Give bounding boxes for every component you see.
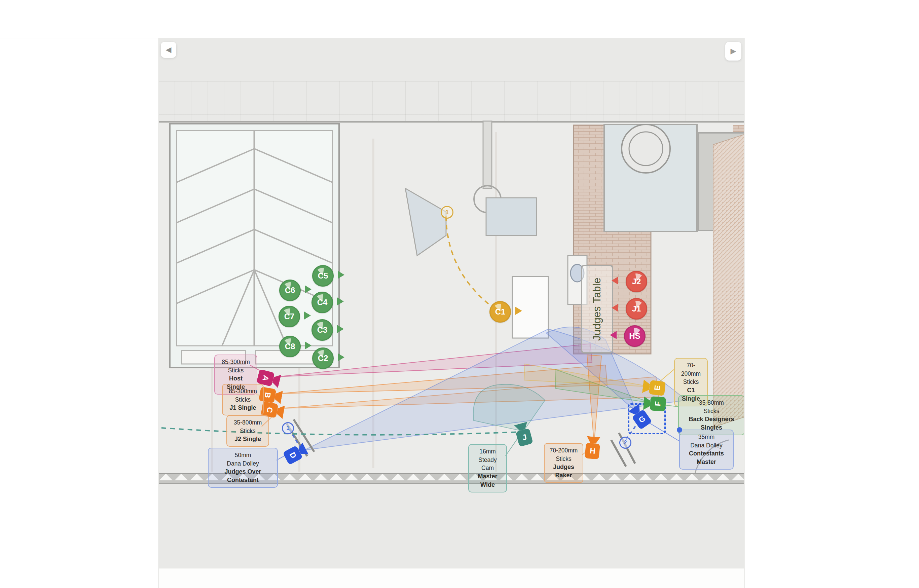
- person-marker-c6[interactable]: C6: [279, 279, 301, 301]
- camplot-app: CamPlot Competition Show S4 ▼: [0, 0, 919, 588]
- pipe: [483, 121, 492, 188]
- facing-triangle-c5: [338, 271, 344, 279]
- person-marker-c2[interactable]: C2: [312, 347, 334, 369]
- facing-triangle-c6: [305, 285, 312, 293]
- label-contestants-master[interactable]: 35mmDana DolleyContestants Master: [679, 430, 734, 470]
- person-marker-c1[interactable]: C1: [489, 301, 511, 323]
- label-judges-raker[interactable]: 70-200mmSticksJudges Raker: [544, 443, 583, 483]
- person-marker-c7[interactable]: C7: [279, 306, 300, 327]
- floorplan-layer: [158, 38, 744, 588]
- collapse-right-panel-button[interactable]: ▶: [725, 42, 741, 61]
- path-marker-door[interactable]: 1: [441, 206, 454, 219]
- collapse-left-panel-button[interactable]: ◀: [161, 42, 176, 58]
- person-marker-c5[interactable]: C5: [312, 265, 334, 287]
- camera-h[interactable]: H: [585, 435, 601, 459]
- facing-triangle-c2: [338, 353, 344, 361]
- label-judges-over-contestant[interactable]: 50mmDana DolleyJudges Over Contestant: [208, 448, 278, 488]
- facing-triangle-c4: [337, 297, 344, 305]
- top-toolbar: [0, 0, 919, 38]
- label-drag-dot[interactable]: [677, 427, 682, 433]
- facing-triangle-j1: [612, 304, 618, 312]
- facing-triangle-j2: [612, 276, 618, 284]
- facing-triangle-c1: [515, 307, 522, 315]
- person-marker-j1[interactable]: J1: [626, 298, 647, 320]
- facing-triangle-c7: [304, 312, 311, 320]
- person-marker-c3[interactable]: C3: [312, 319, 333, 341]
- path-marker-g2[interactable]: 2: [619, 437, 632, 449]
- person-marker-c8[interactable]: C8: [279, 336, 301, 357]
- person-marker-j2[interactable]: J2: [626, 271, 647, 292]
- camera-f[interactable]: F: [643, 396, 666, 411]
- path-marker-d1[interactable]: 1: [282, 422, 294, 434]
- setups-sidebar: [0, 38, 128, 588]
- canvas-bottom-margin: [158, 569, 744, 588]
- tool-palette: [127, 38, 159, 588]
- camera-properties-panel: [744, 38, 919, 588]
- camera-e[interactable]: E: [641, 379, 666, 396]
- facing-triangle-hs: [610, 331, 617, 339]
- label-j2-single[interactable]: 35-800mmSticksJ2 Single: [226, 415, 269, 447]
- judges-table-label: Judges Table: [591, 278, 603, 341]
- person-marker-c4[interactable]: C4: [312, 292, 333, 313]
- doorway: [486, 198, 536, 236]
- ramp: [713, 134, 744, 427]
- facing-triangle-c3: [337, 325, 344, 333]
- label-j1-single[interactable]: 85-300mmSticksJ1 Single: [222, 384, 264, 415]
- plot-canvas[interactable]: [158, 38, 744, 588]
- person-marker-hs[interactable]: HS: [624, 325, 646, 347]
- label-master-wide[interactable]: 16mmSteady CamMaster Wide: [468, 444, 507, 493]
- judges-table[interactable]: Judges Table: [581, 265, 613, 354]
- facing-triangle-c8: [305, 341, 312, 349]
